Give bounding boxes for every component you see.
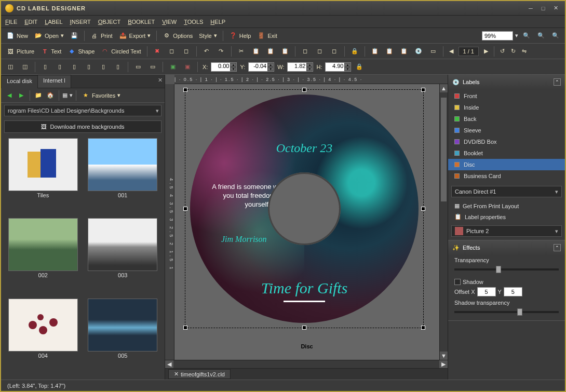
nav-fwd[interactable]: ▶ <box>16 90 26 101</box>
text-button[interactable]: TText <box>38 46 63 57</box>
printer-select[interactable]: Canon Direct #1 <box>451 186 562 197</box>
menu-edit[interactable]: EDIT <box>24 19 37 25</box>
tool-1[interactable]: ◻ <box>166 46 178 57</box>
label-booklet[interactable]: Booklet <box>448 147 565 159</box>
tab-local-disk[interactable]: Local disk <box>1 75 38 88</box>
disc-main-text[interactable]: Time for Gifts <box>261 279 348 297</box>
align-6[interactable]: ▯ <box>83 62 95 72</box>
tool-g[interactable]: ▭ <box>427 46 439 57</box>
tab-internet[interactable]: Internet l <box>37 75 71 88</box>
flip-h[interactable]: ⇋ <box>520 47 529 56</box>
disc-date-text[interactable]: October 23 <box>276 141 333 155</box>
labels-header[interactable]: 💿 Labels ⌃ <box>448 75 565 89</box>
tool-e[interactable]: 📋 <box>383 46 396 57</box>
menu-file[interactable]: FILE <box>5 19 17 25</box>
order-back[interactable]: ▣ <box>181 62 194 72</box>
label-back[interactable]: Back <box>448 113 565 125</box>
align-5[interactable]: ▯ <box>68 62 80 72</box>
tool-f[interactable]: 📋 <box>398 46 410 57</box>
picture-button[interactable]: 🖼Picture <box>4 46 36 57</box>
resize-handle-ne[interactable] <box>421 88 425 92</box>
zoom-out-button[interactable]: 🔍 <box>535 31 547 41</box>
lock-aspect[interactable]: 🔒 <box>353 62 366 72</box>
left-panel-close[interactable]: ✕ <box>158 77 163 84</box>
resize-handle-se[interactable] <box>421 326 425 330</box>
menu-help[interactable]: HELP <box>210 19 225 25</box>
export-button[interactable]: 📤Export ▾ <box>117 31 153 41</box>
style-button[interactable]: Style ▾ <box>197 31 219 40</box>
h-input[interactable]: 4.90▲▼ <box>325 62 351 72</box>
scroll-up[interactable]: ▲ <box>440 84 448 92</box>
thumb-005[interactable]: 005 <box>84 299 162 376</box>
file-tab-1[interactable]: ✕ timeofgifts1v2.cld <box>168 369 231 379</box>
scroll-left[interactable]: ◀ <box>165 360 173 368</box>
menu-view[interactable]: VIEW <box>162 19 177 25</box>
thumb-tiles[interactable]: Tiles <box>4 138 82 216</box>
new-button[interactable]: 📄New <box>4 31 30 41</box>
align-9[interactable]: ▭ <box>132 62 144 72</box>
save-button[interactable]: 💾 <box>68 31 80 41</box>
w-input[interactable]: 1.82▲▼ <box>287 62 313 72</box>
shape-button[interactable]: ◆Shape <box>65 46 97 57</box>
align-8[interactable]: ▯ <box>112 62 124 72</box>
label-dvdbox[interactable]: DVD/BD Box <box>448 136 565 147</box>
resize-handle-e[interactable] <box>421 207 425 211</box>
label-inside[interactable]: Inside <box>448 102 565 113</box>
resize-handle-sw[interactable] <box>183 326 187 330</box>
nav-back[interactable]: ◀ <box>4 90 15 101</box>
canvas[interactable]: October 23 A friend is someone who gives… <box>174 84 439 360</box>
thumb-001[interactable]: 001 <box>84 138 162 216</box>
tool-c[interactable]: ◻ <box>328 46 341 57</box>
object-select[interactable]: Picture 2 <box>451 225 562 237</box>
rot-right[interactable]: ↻ <box>509 47 518 56</box>
x-input[interactable]: 0.00▲▼ <box>211 62 237 72</box>
cut-button[interactable]: ✂ <box>235 46 248 57</box>
redo-button[interactable]: ↷ <box>215 46 227 57</box>
tool-2[interactable]: ◻ <box>180 46 193 57</box>
download-backgrounds-button[interactable]: 🖼Download more backgrounds <box>4 120 161 133</box>
shadow-trans-slider[interactable] <box>454 311 559 313</box>
nav-up[interactable]: 📁 <box>33 90 44 101</box>
menu-tools[interactable]: TOOLS <box>184 19 203 25</box>
paste-button[interactable]: 📋 <box>264 46 277 57</box>
label-front[interactable]: Front <box>448 90 565 102</box>
label-business[interactable]: Business Card <box>448 170 565 182</box>
exit-button[interactable]: 🚪Exit <box>255 31 279 41</box>
open-button[interactable]: 📂Open ▾ <box>32 31 66 41</box>
scroll-thumb-v[interactable] <box>441 98 447 201</box>
transparency-slider[interactable] <box>454 268 559 271</box>
label-sleeve[interactable]: Sleeve <box>448 125 565 136</box>
resize-handle-n[interactable] <box>302 88 306 92</box>
zoom-in-button[interactable]: 🔍 <box>520 31 533 41</box>
print-button[interactable]: 🖨Print <box>88 31 115 41</box>
zoom-fit-button[interactable]: 🔍 <box>549 31 562 41</box>
horizontal-scrollbar[interactable]: ◀ ▶ <box>165 360 448 368</box>
disc-author-text[interactable]: Jim Morrison <box>221 235 267 244</box>
align-10[interactable]: ▭ <box>146 62 159 72</box>
rot-left[interactable]: ↺ <box>498 47 507 56</box>
clip-button[interactable]: 📋 <box>279 46 291 57</box>
undo-button[interactable]: ↶ <box>200 46 213 57</box>
thumb-003[interactable]: 003 <box>84 218 162 296</box>
page-next[interactable]: ▶ <box>482 47 490 56</box>
copy-button[interactable]: 📋 <box>250 46 262 57</box>
scroll-down[interactable]: ▼ <box>440 352 448 360</box>
maximize-button[interactable]: □ <box>538 4 548 12</box>
shadow-checkbox[interactable] <box>454 279 461 285</box>
options-button[interactable]: ⚙Options <box>160 31 195 41</box>
disc-preview[interactable]: October 23 A friend is someone who gives… <box>190 94 419 323</box>
label-props-button[interactable]: 📋Label properties <box>448 211 565 222</box>
effects-header[interactable]: ✨ Effects ⌃ <box>448 240 565 255</box>
nav-home[interactable]: 🏠 <box>45 90 56 101</box>
zoom-input[interactable] <box>482 31 513 40</box>
vertical-scrollbar[interactable]: ▲ ▼ <box>439 84 448 360</box>
thumb-004[interactable]: 004 <box>4 299 82 376</box>
collapse-icon[interactable]: ⌃ <box>554 244 561 251</box>
label-disc[interactable]: Disc <box>448 159 565 170</box>
menu-insert[interactable]: INSERT <box>70 19 91 25</box>
align-2[interactable]: ◫ <box>19 62 31 72</box>
menu-object[interactable]: OBJECT <box>98 19 120 25</box>
thumb-002[interactable]: 002 <box>4 218 82 296</box>
offset-y-input[interactable] <box>504 287 522 296</box>
minimize-button[interactable]: ─ <box>525 4 536 12</box>
